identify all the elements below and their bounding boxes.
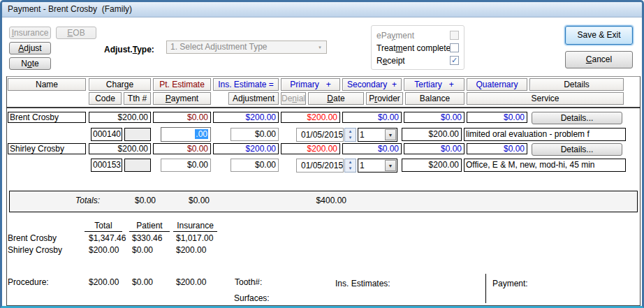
charge-cell: $200.00 [89, 112, 151, 123]
tooth-input [124, 128, 151, 141]
provider-combo[interactable]: 1▼ [358, 128, 397, 142]
col-header-service[interactable]: Service [467, 92, 624, 105]
tooth-input [124, 159, 151, 172]
summary-row-insurance: $1,017.00 [176, 233, 213, 243]
col-header-balance[interactable]: Balance [405, 92, 464, 105]
adjust-button[interactable]: Adjust [9, 42, 51, 54]
date-spinner[interactable]: ▲▼ [344, 128, 356, 142]
payment-input[interactable]: $0.00 [161, 159, 211, 172]
patient-name-cell: Brent Crosby [8, 112, 86, 123]
spinner-up-icon[interactable]: ▲ [345, 129, 356, 135]
epayment-label: ePayment [376, 31, 414, 41]
ins-estimate-cell: $200.00 [213, 143, 279, 154]
summary-row-patient: $0.00 [132, 245, 153, 255]
code-input[interactable]: 000140 [91, 128, 122, 141]
date-input[interactable]: 01/05/2015 [296, 128, 344, 142]
summary-row-insurance: $200.00 [176, 245, 206, 255]
summary-row-total: $1,347.46 [89, 233, 126, 243]
adjust-type-label: Adjust.Type: [104, 45, 154, 54]
summary-col-patient: Patient [129, 221, 170, 232]
summary-col-total: Total [85, 221, 122, 232]
summary-row-total: $200.00 [89, 245, 119, 255]
col-header-pt-estimate[interactable]: Pt. Estimate [153, 78, 211, 91]
insurance-button: Insurance [9, 27, 51, 39]
cancel-button[interactable]: Cancel [565, 51, 633, 68]
col-header-payment[interactable]: Payment [153, 92, 211, 105]
treatment-complete-checkbox[interactable] [450, 43, 459, 52]
col-header-denial: Denial [281, 92, 306, 105]
provider-value: 1 [360, 161, 365, 170]
secondary-cell: $0.00 [342, 143, 402, 154]
col-header-tth[interactable]: Tth # [124, 92, 151, 105]
chevron-down-icon[interactable]: ▼ [385, 160, 396, 171]
provider-combo[interactable]: 1▼ [358, 159, 397, 173]
secondary-cell: $0.00 [342, 112, 402, 123]
primary-cell: $200.00 [281, 143, 340, 154]
balance-cell: $200.00 [402, 159, 462, 172]
col-header-code[interactable]: Code [89, 92, 122, 105]
details-button[interactable]: Details... [532, 112, 622, 124]
charge-cell: $200.00 [89, 143, 151, 154]
summary-col-insurance: Insurance [173, 221, 217, 232]
ins-estimate-cell: $200.00 [213, 112, 279, 123]
procedure-total: $200.00 [89, 277, 119, 287]
adjustment-input[interactable]: $0.00 [230, 128, 279, 141]
date-spinner[interactable]: ▲▼ [344, 159, 356, 173]
summary-row-name: Brent Crosby [8, 233, 57, 243]
spinner-down-icon[interactable]: ▼ [345, 166, 356, 172]
quaternary-cell: $0.00 [467, 112, 527, 123]
surfaces-label: Surfaces: [234, 293, 270, 303]
col-header-tertiary[interactable]: Tertiary + [404, 78, 464, 91]
receipt-label: Receipt [376, 56, 405, 66]
col-header-primary[interactable]: Primary + [281, 78, 340, 91]
adjustment-input[interactable]: $0.00 [230, 159, 279, 172]
procedure-patient: $0.00 [132, 277, 153, 287]
title-bar: Payment - Brent Crosby (Family) [2, 2, 642, 17]
procedure-insurance: $200.00 [176, 277, 206, 287]
col-header-details[interactable]: Details [529, 78, 624, 91]
service-cell: limited oral evaluation - problem f [464, 128, 626, 141]
primary-cell: $200.00 [281, 112, 340, 123]
col-header-name[interactable]: Name [8, 78, 86, 91]
pt-estimate-cell: $0.00 [153, 112, 211, 123]
summary-row-patient: $330.46 [132, 233, 162, 243]
header-separator [6, 107, 641, 108]
col-header-secondary[interactable]: Secondary + [342, 78, 402, 91]
footer-divider [485, 274, 486, 303]
col-header-adjustment[interactable]: Adjustment [228, 92, 279, 105]
col-header-ins-estimate[interactable]: Ins. Estimate = [213, 78, 279, 91]
note-button[interactable]: Note [9, 57, 51, 70]
date-input[interactable]: 01/05/2015 [296, 159, 344, 173]
col-header-date[interactable]: Date [308, 92, 364, 105]
service-cell: Office, E & M, new, mod-hi, 45 min [464, 159, 626, 172]
totals-balance: $400.00 [298, 196, 346, 205]
pt-estimate-cell: $0.00 [153, 143, 211, 154]
treatment-complete-label: Treatment complete [376, 43, 451, 53]
chevron-down-icon: ▾ [314, 42, 325, 52]
eob-button: EOB [56, 27, 96, 39]
receipt-checkbox[interactable] [450, 56, 459, 65]
payment-input[interactable]: .00 [161, 127, 211, 142]
tertiary-cell: $0.00 [404, 143, 464, 154]
col-header-charge[interactable]: Charge [89, 78, 151, 91]
epayment-checkbox [450, 31, 459, 40]
payment-dialog: Payment - Brent Crosby (Family) Insuranc… [0, 0, 644, 308]
patient-name-cell: Shirley Crosby [8, 143, 86, 154]
spinner-down-icon[interactable]: ▼ [345, 135, 356, 141]
save-exit-button[interactable]: Save & Exit [565, 26, 633, 45]
procedure-label: Procedure: [8, 277, 49, 287]
provider-value: 1 [360, 130, 365, 140]
totals-adjustment: $0.00 [168, 196, 210, 205]
col-header-quaternary[interactable]: Quaternary [467, 78, 527, 91]
balance-cell: $200.00 [402, 128, 462, 141]
col-header-provider[interactable]: Provider [366, 92, 403, 105]
spinner-up-icon[interactable]: ▲ [345, 159, 356, 166]
tertiary-cell: $0.00 [404, 112, 464, 123]
totals-label: Totals: [61, 196, 100, 205]
details-button[interactable]: Details... [532, 143, 622, 156]
quaternary-cell: $0.00 [467, 143, 527, 154]
tooth-number-label: Tooth#: [235, 277, 262, 287]
window-title: Payment - Brent Crosby (Family) [8, 4, 132, 14]
code-input[interactable]: 000153 [91, 159, 122, 172]
chevron-down-icon[interactable]: ▼ [385, 129, 396, 140]
